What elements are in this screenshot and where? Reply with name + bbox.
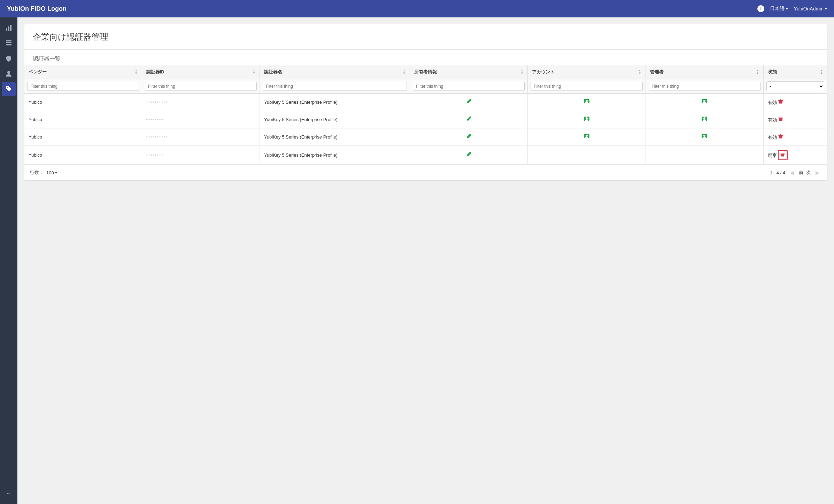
next-page-button[interactable]: ▶ bbox=[813, 169, 821, 176]
cell-owner bbox=[410, 94, 528, 111]
cell-status: 有効 bbox=[763, 111, 827, 128]
rows-value: 100 bbox=[46, 170, 54, 175]
col-header-vendor[interactable]: ベンダー ▲▼ bbox=[24, 65, 142, 79]
svg-point-15 bbox=[703, 117, 705, 119]
table-row: Yubico••••••••••YubiKey 5 Series (Enterp… bbox=[24, 128, 827, 146]
edit-owner-icon[interactable] bbox=[466, 99, 472, 106]
table-header-row: ベンダー ▲▼ 認証器ID ▲▼ bbox=[24, 65, 827, 79]
edit-owner-icon[interactable] bbox=[466, 116, 472, 123]
cell-vendor: Yubico bbox=[24, 128, 142, 146]
sort-arrows-vendor: ▲▼ bbox=[135, 69, 138, 75]
filter-input-account[interactable] bbox=[531, 82, 642, 91]
svg-rect-2 bbox=[10, 25, 11, 31]
svg-point-17 bbox=[586, 135, 588, 137]
svg-point-11 bbox=[703, 100, 705, 102]
cell-admin bbox=[646, 94, 763, 111]
language-selector[interactable]: 日本語 bbox=[770, 6, 788, 12]
sort-arrows-admin: ▲▼ bbox=[756, 69, 759, 75]
filter-cell-admin bbox=[646, 79, 763, 94]
admin-icon[interactable] bbox=[701, 117, 708, 124]
cell-owner bbox=[410, 128, 528, 146]
cell-owner bbox=[410, 146, 528, 165]
filter-input-vendor[interactable] bbox=[27, 82, 139, 91]
col-header-auth-name[interactable]: 認証器名 ▲▼ bbox=[260, 65, 410, 79]
table-row: Yubico••••••••••YubiKey 5 Series (Enterp… bbox=[24, 94, 827, 111]
cell-auth-name: YubiKey 5 Series (Enterprise Profile) bbox=[260, 111, 410, 128]
svg-point-9 bbox=[586, 100, 588, 102]
col-header-auth-id[interactable]: 認証器ID ▲▼ bbox=[142, 65, 260, 79]
cell-auth-id: •••••••• bbox=[142, 146, 260, 165]
filter-input-owner[interactable] bbox=[413, 82, 525, 91]
chart-icon bbox=[5, 24, 12, 31]
delete-button[interactable] bbox=[778, 99, 783, 105]
cell-status: 廃棄 bbox=[763, 146, 827, 165]
filter-cell-vendor bbox=[24, 79, 142, 94]
account-icon[interactable] bbox=[583, 134, 590, 141]
next-label: 次 bbox=[806, 170, 811, 176]
delete-button[interactable] bbox=[778, 133, 783, 140]
filter-input-admin[interactable] bbox=[649, 82, 760, 91]
svg-rect-6 bbox=[6, 46, 11, 46]
account-icon[interactable] bbox=[583, 99, 590, 106]
sort-arrows-auth-id: ▲▼ bbox=[253, 69, 255, 75]
cell-auth-name: YubiKey 5 Series (Enterprise Profile) bbox=[260, 128, 410, 146]
svg-rect-5 bbox=[6, 44, 11, 45]
sort-arrows-auth-name: ▲▼ bbox=[403, 69, 406, 75]
table-footer: 行数： 100 1 - 4 / 4 ◀ 前 次 ▶ bbox=[24, 165, 827, 180]
authenticator-table-container: ベンダー ▲▼ 認証器ID ▲▼ bbox=[24, 65, 827, 165]
status-badge: 有効 bbox=[768, 135, 777, 140]
account-icon[interactable] bbox=[583, 117, 590, 124]
topnav-right: i 日本語 YubiOnAdmin bbox=[757, 5, 827, 12]
prev-page-button[interactable]: ◀ bbox=[788, 169, 796, 176]
cell-vendor: Yubico bbox=[24, 146, 142, 165]
filter-cell-owner bbox=[410, 79, 528, 94]
sidebar-item-chart[interactable] bbox=[2, 21, 16, 35]
cell-admin bbox=[646, 146, 763, 165]
content-card: 企業向け認証器管理 認証器一覧 ベンダー ▲▼ bbox=[24, 24, 827, 180]
col-header-status[interactable]: 状態 ▲▼ bbox=[763, 65, 827, 79]
status-badge: 有効 bbox=[768, 100, 777, 105]
edit-owner-icon[interactable] bbox=[466, 134, 472, 141]
sidebar-collapse-button[interactable]: ↔ bbox=[2, 487, 16, 501]
admin-icon[interactable] bbox=[701, 99, 708, 106]
sidebar-item-tag[interactable] bbox=[2, 82, 16, 96]
main-content: 企業向け認証器管理 認証器一覧 ベンダー ▲▼ bbox=[17, 17, 834, 504]
auth-id-blurred: •••••••• bbox=[146, 117, 164, 122]
rows-per-page: 行数： 100 bbox=[30, 170, 57, 176]
filter-cell-status: - 有効 廃棄 bbox=[763, 79, 827, 94]
delete-button[interactable] bbox=[778, 150, 788, 160]
info-icon[interactable]: i bbox=[757, 5, 764, 12]
sort-arrows-status: ▲▼ bbox=[820, 69, 823, 75]
col-header-admin[interactable]: 管理者 ▲▼ bbox=[646, 65, 763, 79]
user-menu[interactable]: YubiOnAdmin bbox=[794, 6, 827, 11]
filter-cell-auth-name bbox=[260, 79, 410, 94]
admin-icon[interactable] bbox=[701, 134, 708, 141]
svg-rect-3 bbox=[6, 40, 11, 41]
rows-per-page-select[interactable]: 100 bbox=[46, 170, 57, 175]
top-navigation: YubiOn FIDO Logon i 日本語 YubiOnAdmin bbox=[0, 0, 834, 17]
cell-auth-id: •••••••••• bbox=[142, 128, 260, 146]
cell-auth-id: •••••••••• bbox=[142, 94, 260, 111]
filter-cell-auth-id bbox=[142, 79, 260, 94]
svg-point-19 bbox=[703, 135, 705, 137]
tag-icon bbox=[5, 86, 12, 93]
cell-status: 有効 bbox=[763, 128, 827, 146]
sort-arrows-owner: ▲▼ bbox=[520, 69, 523, 75]
col-header-owner[interactable]: 所有者情報 ▲▼ bbox=[410, 65, 528, 79]
filter-input-auth-name[interactable] bbox=[263, 82, 407, 91]
sidebar-item-user[interactable] bbox=[2, 67, 16, 81]
sidebar-item-table[interactable] bbox=[2, 36, 16, 50]
filter-input-auth-id[interactable] bbox=[145, 82, 257, 91]
rows-label: 行数： bbox=[30, 170, 44, 176]
filter-row: - 有効 廃棄 bbox=[24, 79, 827, 94]
section-title: 認証器一覧 bbox=[24, 50, 827, 65]
delete-button[interactable] bbox=[778, 116, 783, 123]
col-header-account[interactable]: アカウント ▲▼ bbox=[528, 65, 646, 79]
sort-arrows-account: ▲▼ bbox=[639, 69, 641, 75]
svg-point-13 bbox=[586, 117, 588, 119]
cell-owner bbox=[410, 111, 528, 128]
filter-select-status[interactable]: - 有効 廃棄 bbox=[766, 81, 824, 91]
edit-owner-icon[interactable] bbox=[466, 152, 472, 159]
authenticator-table: ベンダー ▲▼ 認証器ID ▲▼ bbox=[24, 65, 827, 165]
sidebar-item-shield[interactable] bbox=[2, 52, 16, 65]
